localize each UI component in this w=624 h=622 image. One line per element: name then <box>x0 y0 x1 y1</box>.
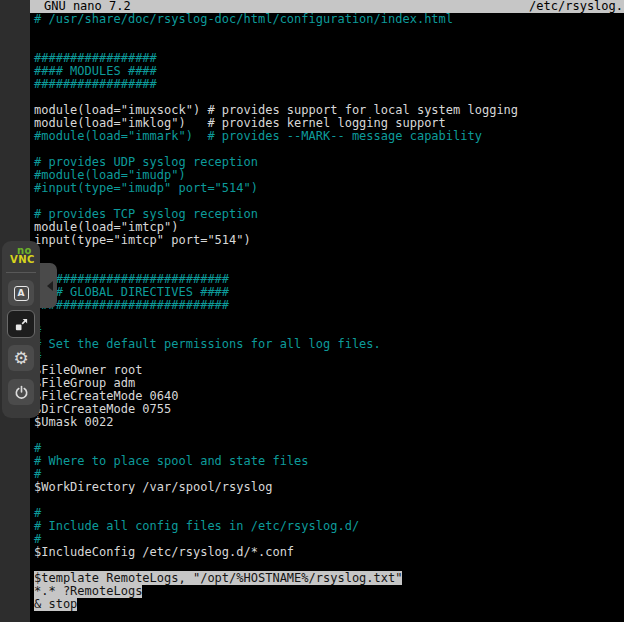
editor-line <box>34 312 624 325</box>
editor-line <box>34 429 624 442</box>
novnc-logo-vnc: VNC <box>2 255 40 264</box>
collapse-arrow-icon <box>47 281 53 291</box>
clipboard-button[interactable]: A <box>8 280 34 306</box>
fullscreen-button[interactable] <box>7 310 35 338</box>
settings-button[interactable]: ⚙ <box>8 345 34 371</box>
editor-line <box>34 26 624 39</box>
editor-line: *.* ?RemoteLogs <box>34 585 624 598</box>
editor-line: $DirCreateMode 0755 <box>34 403 624 416</box>
fullscreen-icon <box>14 317 29 332</box>
control-bar-handle[interactable] <box>40 263 57 308</box>
editor-line: #input(type="imudp" port="514") <box>34 182 624 195</box>
terminal-window[interactable]: GNU nano 7.2 /etc/rsyslog. # /usr/share/… <box>30 0 624 622</box>
editor-line: & stop <box>34 598 624 611</box>
power-icon <box>14 385 29 400</box>
editor-line: # Include all config files in /etc/rsysl… <box>34 520 624 533</box>
control-bar-divider <box>6 272 36 273</box>
editor-line: ################# <box>34 78 624 91</box>
editor-line <box>34 247 624 260</box>
editor-line: $Umask 0022 <box>34 416 624 429</box>
nano-editor-content[interactable]: # /usr/share/doc/rsyslog-doc/html/config… <box>30 13 624 611</box>
gear-icon: ⚙ <box>13 350 28 367</box>
editor-line: #module(load="immark") # provides --MARK… <box>34 130 624 143</box>
nano-filename: /etc/rsyslog. <box>529 0 624 13</box>
novnc-control-bar: no VNC A ⚙ <box>2 241 40 418</box>
editor-line: $WorkDirectory /var/spool/rsyslog <box>34 481 624 494</box>
editor-line <box>34 494 624 507</box>
clipboard-icon: A <box>14 286 29 301</box>
editor-line: # Set the default permissions for all lo… <box>34 338 624 351</box>
editor-line: # /usr/share/doc/rsyslog-doc/html/config… <box>34 13 624 26</box>
editor-line: # Where to place spool and state files <box>34 455 624 468</box>
disconnect-button[interactable] <box>8 379 34 405</box>
editor-line: $IncludeConfig /etc/rsyslog.d/*.conf <box>34 546 624 559</box>
editor-line: input(type="imtcp" port="514") <box>34 234 624 247</box>
novnc-logo: no VNC <box>2 246 40 264</box>
editor-line: ########################### <box>34 299 624 312</box>
